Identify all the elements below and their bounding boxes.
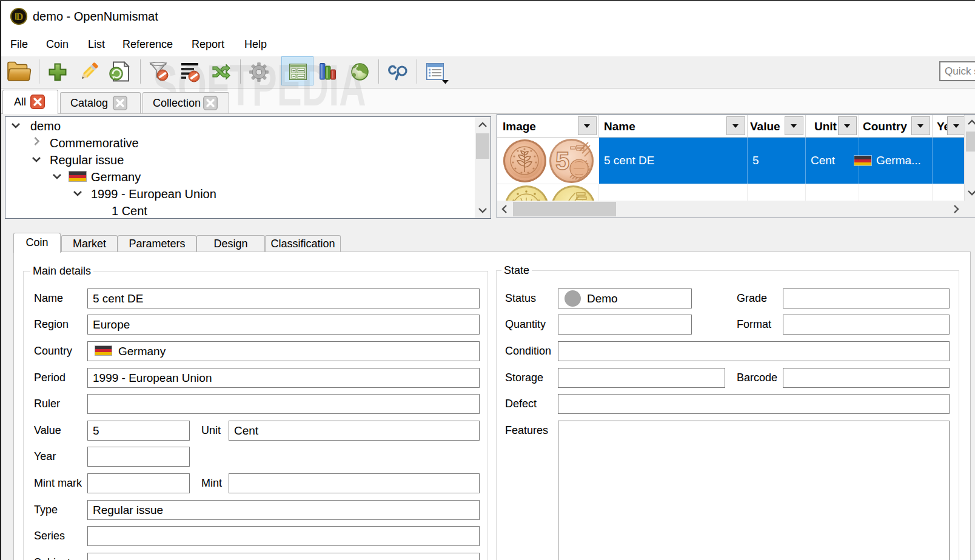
svg-text:D: D [16,12,24,22]
svg-text:5: 5 [555,147,569,175]
